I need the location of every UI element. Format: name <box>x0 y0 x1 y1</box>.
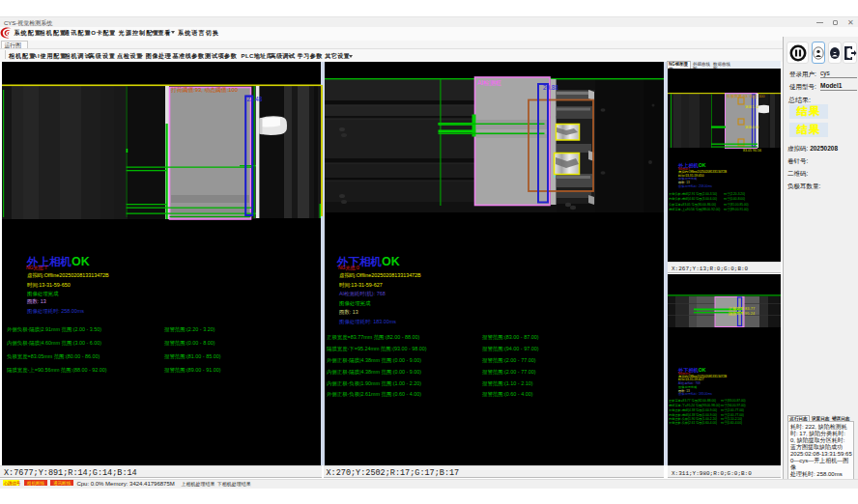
svg-text:宽度1.14: 宽度1.14 <box>745 104 758 109</box>
svg-text:打荷阈值:93, 动态阈值:100: 打荷阈值:93, 动态阈值:100 <box>170 87 238 94</box>
svg-text:AI检测框: AI检测框 <box>477 79 501 87</box>
svg-text:负极宽度:93. 动态:100: 负极宽度:93. 动态:100 <box>726 94 765 98</box>
svg-text:20.88: 20.88 <box>543 84 558 91</box>
svg-text:83.05 90.56: 83.05 90.56 <box>743 149 761 153</box>
svg-text:宽度4.60: 宽度4.60 <box>745 125 758 129</box>
svg-text:23.48: 23.48 <box>247 96 263 102</box>
